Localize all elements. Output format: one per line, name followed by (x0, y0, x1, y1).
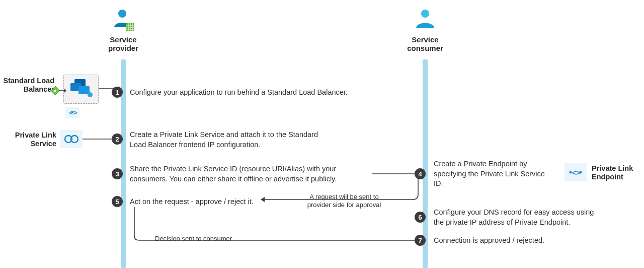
step-bullet-5: 5 (112, 196, 123, 207)
svg-text:>: > (73, 109, 77, 116)
private-link-icon: < > (66, 108, 78, 117)
step-num-2: 2 (115, 136, 119, 143)
step-bullet-7: 7 (415, 235, 426, 246)
step-bullet-2: 2 (112, 133, 123, 145)
actor-consumer-label: Serviceconsumer (403, 35, 448, 53)
actor-consumer: Serviceconsumer (403, 8, 448, 53)
step-text-4: Create a Private Endpoint by specifying … (434, 159, 551, 189)
arrow-step5-to-step7 (132, 207, 424, 245)
private-link-endpoint-icon-plate: < > (565, 163, 587, 181)
step-bullet-3: 3 (112, 168, 123, 179)
svg-text:>: > (576, 168, 581, 177)
svg-point-22 (570, 171, 572, 174)
diagram-canvas: Serviceprovider Serviceconsumer Standard… (0, 0, 644, 268)
lb-diamond-icon (49, 85, 66, 97)
step-num-5: 5 (115, 198, 119, 206)
svg-point-16 (88, 92, 93, 97)
step-num-3: 3 (115, 170, 119, 178)
svg-point-0 (118, 10, 126, 18)
svg-rect-15 (78, 86, 90, 94)
label-standard-load-balancer: Standard LoadBalancer (1, 77, 54, 94)
svg-marker-12 (64, 89, 66, 93)
private-link-endpoint-icon: < > (567, 165, 585, 179)
step-bullet-4: 4 (415, 168, 426, 179)
label-private-link-service: Private LinkService (11, 131, 56, 149)
step-bullet-1: 1 (112, 87, 123, 98)
step-num-6: 6 (418, 214, 422, 221)
svg-marker-32 (261, 197, 265, 202)
step-num-7: 7 (418, 237, 422, 244)
svg-point-10 (54, 89, 57, 92)
svg-point-8 (421, 10, 429, 18)
actor-provider-label: Serviceprovider (101, 35, 146, 53)
person-icon (413, 8, 437, 32)
person-icon (111, 8, 135, 32)
step-num-1: 1 (115, 89, 119, 96)
step-bullet-6: 6 (415, 212, 426, 223)
vm-cluster-icon (70, 78, 93, 98)
private-link-service-icon-plate (60, 130, 83, 148)
link-icon-plate: < > (65, 107, 79, 118)
label-private-link-endpoint: Private LinkEndpoint (592, 164, 642, 182)
step-text-5: Act on the request - approve / reject it… (130, 197, 281, 207)
step-text-2: Create a Private Link Service and attach… (130, 130, 321, 150)
private-link-service-icon (62, 132, 80, 146)
step-text-7: Connection is approved / rejected. (434, 236, 585, 246)
actor-provider: Serviceprovider (101, 8, 146, 53)
step-text-1: Configure your application to run behind… (130, 88, 381, 98)
step-num-4: 4 (418, 170, 422, 178)
step-text-6: Configure your DNS record for easy acces… (434, 208, 605, 227)
arrow-step4-to-step5 (261, 179, 421, 210)
